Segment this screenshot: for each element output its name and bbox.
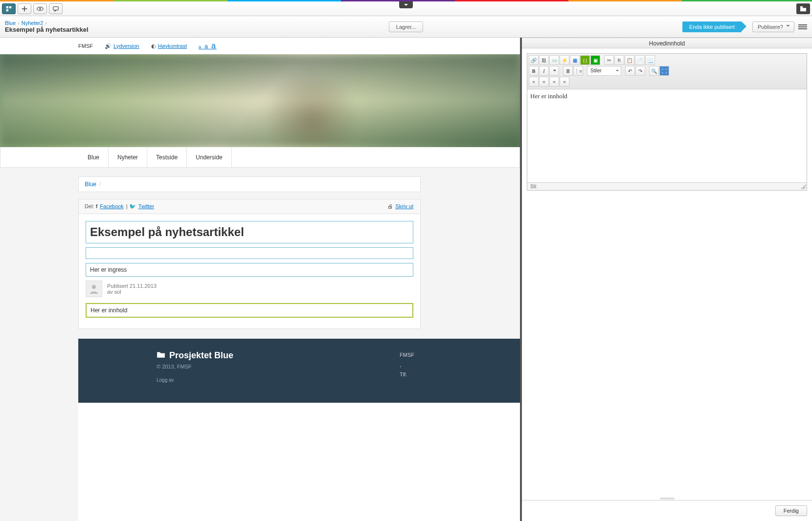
- share-bar: Del: f Facebook | 🐦 Twitter 🖨 Skriv ut: [78, 199, 421, 214]
- svg-rect-0: [6, 6, 8, 8]
- table-icon[interactable]: ▦: [570, 55, 580, 65]
- editor-toolbar: 🔗 ⛓ ▭ ⚡ ▦ {} ▣ ✂ ⎘ 📋 📄 📃: [527, 54, 807, 89]
- align-center-icon[interactable]: ≡: [539, 77, 549, 87]
- sidebar-footer: Ferdig: [522, 500, 812, 521]
- author-name: av sol: [107, 289, 157, 295]
- svg-point-6: [39, 8, 41, 10]
- byline: Publisert 21.11.2013 av sol: [86, 281, 413, 297]
- footer-org: FMSF: [400, 350, 414, 360]
- rich-text-editor: 🔗 ⛓ ▭ ⚡ ▦ {} ▣ ✂ ⎘ 📋 📄 📃: [527, 53, 807, 191]
- paste-icon[interactable]: 📋: [625, 55, 634, 65]
- footer-tel: Tlf.: [400, 370, 414, 380]
- folder-icon: [157, 350, 165, 361]
- print-icon: 🖨: [387, 203, 393, 209]
- audio-link[interactable]: 🔊Lydversion: [105, 43, 139, 49]
- chevron-right-icon: ›: [45, 20, 47, 26]
- options-menu-icon[interactable]: [798, 22, 807, 31]
- avatar: [86, 281, 102, 297]
- editor-sidebar: Hovedinnhold 🔗 ⛓ ▭ ⚡ ▦ {} ▣ ✂ ⎘ 📋: [522, 38, 812, 521]
- svg-rect-4: [22, 8, 27, 9]
- brand-label: FMSF: [78, 43, 93, 49]
- align-left-icon[interactable]: ≡: [529, 77, 539, 87]
- nav-item-underside[interactable]: Underside: [187, 147, 232, 167]
- nav-item-testside[interactable]: Testside: [147, 147, 187, 167]
- title-field[interactable]: Eksempel på nyhetsartikkel: [86, 221, 413, 243]
- undo-icon[interactable]: ↶: [625, 66, 635, 76]
- image-icon[interactable]: ▭: [549, 55, 559, 65]
- site-nav: Blue Nyheter Testside Underside: [0, 147, 520, 168]
- italic-icon[interactable]: I: [539, 66, 549, 76]
- copy-icon[interactable]: ⎘: [614, 55, 624, 65]
- body-field[interactable]: Her er innhold: [86, 303, 413, 318]
- embed-icon[interactable]: ▣: [590, 55, 600, 65]
- editor-textarea[interactable]: Her er innhold: [527, 89, 807, 182]
- chevron-right-icon: ›: [18, 20, 20, 26]
- align-justify-icon[interactable]: ≡: [560, 77, 569, 87]
- logout-link[interactable]: Logg av: [157, 377, 174, 383]
- preview-pane: FMSF 🔊Lydversion ◐Høykontrast a a a Blue…: [0, 38, 522, 521]
- site-footer: Prosjektet Blue © 2013, FMSF Logg av FMS…: [78, 339, 520, 403]
- sidebar-title: Hovedinnhold: [522, 38, 812, 48]
- done-button[interactable]: Ferdig: [775, 505, 807, 516]
- unlink-icon[interactable]: ⛓: [539, 55, 549, 65]
- cut-icon[interactable]: ✂: [604, 55, 614, 65]
- contrast-icon: ◐: [151, 43, 156, 49]
- bc2-root[interactable]: Blue: [85, 181, 96, 188]
- svg-rect-7: [53, 6, 59, 10]
- align-right-icon[interactable]: ≡: [549, 77, 559, 87]
- flash-icon[interactable]: ⚡: [560, 55, 569, 65]
- chat-button[interactable]: [49, 3, 63, 14]
- top-toolbar: [0, 1, 812, 16]
- share-label: Del:: [85, 203, 94, 209]
- utility-bar: FMSF 🔊Lydversion ◐Høykontrast a a a: [0, 38, 520, 54]
- page-title: Eksempel på nyhetsartikkel: [5, 26, 89, 33]
- breadcrumb-root[interactable]: Blue: [5, 20, 16, 26]
- speaker-icon: 🔊: [105, 43, 112, 49]
- publish-dropdown[interactable]: Publisere?: [752, 22, 794, 32]
- home-button[interactable]: [2, 3, 16, 14]
- fullscreen-icon[interactable]: ⛶: [659, 66, 669, 76]
- twitter-icon: 🐦: [129, 203, 136, 209]
- footer-copyright: © 2013, FMSF: [157, 364, 233, 369]
- bold-icon[interactable]: B: [529, 66, 539, 76]
- center-dropdown-tab[interactable]: [399, 1, 413, 8]
- print-link[interactable]: Skriv ut: [395, 203, 413, 209]
- breadcrumb: Blue › Nyheter2 ›: [5, 20, 89, 26]
- published-date: Publisert 21.11.2013: [107, 283, 157, 289]
- bullet-list-icon[interactable]: ≣: [563, 66, 573, 76]
- nav-item-blue[interactable]: Blue: [79, 147, 109, 167]
- footer-project: Prosjektet Blue: [157, 350, 233, 361]
- paste-word-icon[interactable]: 📃: [645, 55, 655, 65]
- paste-text-icon[interactable]: 📄: [635, 55, 645, 65]
- assets-button[interactable]: [796, 3, 810, 14]
- font-size-control[interactable]: a a a: [199, 42, 217, 50]
- article-body: Eksempel på nyhetsartikkel Her er ingres…: [78, 214, 421, 329]
- breadcrumb-bar: Blue › Nyheter2 › Eksempel på nyhetsarti…: [0, 16, 812, 38]
- preview-button[interactable]: [33, 3, 47, 14]
- subtitle-field[interactable]: [86, 247, 413, 259]
- share-twitter[interactable]: Twitter: [138, 203, 154, 209]
- share-facebook[interactable]: Facebook: [100, 203, 123, 209]
- ingress-field[interactable]: Her er ingress: [86, 263, 413, 277]
- code-icon[interactable]: {}: [580, 55, 590, 65]
- redo-icon[interactable]: ↷: [635, 66, 645, 76]
- add-button[interactable]: [18, 3, 31, 14]
- search-icon[interactable]: 🔍: [649, 66, 659, 76]
- saving-indicator: Lagrer...: [389, 22, 423, 32]
- content-breadcrumb: Blue /: [78, 176, 421, 192]
- editor-statusbar: Sti:: [527, 182, 807, 190]
- empty-area: [78, 403, 520, 521]
- quote-icon[interactable]: ❝: [549, 66, 559, 76]
- nav-item-nyheter[interactable]: Nyheter: [109, 147, 147, 167]
- svg-rect-2: [6, 9, 8, 11]
- styles-dropdown[interactable]: Stiler: [587, 66, 621, 76]
- breadcrumb-section[interactable]: Nyheter2: [22, 20, 44, 26]
- number-list-icon[interactable]: ⋮≡: [573, 66, 583, 76]
- publish-status-badge: Enda ikke publisert: [682, 22, 742, 32]
- facebook-icon: f: [96, 203, 98, 209]
- contrast-link[interactable]: ◐Høykontrast: [151, 43, 187, 49]
- svg-point-8: [92, 285, 96, 289]
- svg-rect-1: [9, 6, 11, 8]
- link-icon[interactable]: 🔗: [529, 55, 539, 65]
- hero-image: [0, 54, 520, 147]
